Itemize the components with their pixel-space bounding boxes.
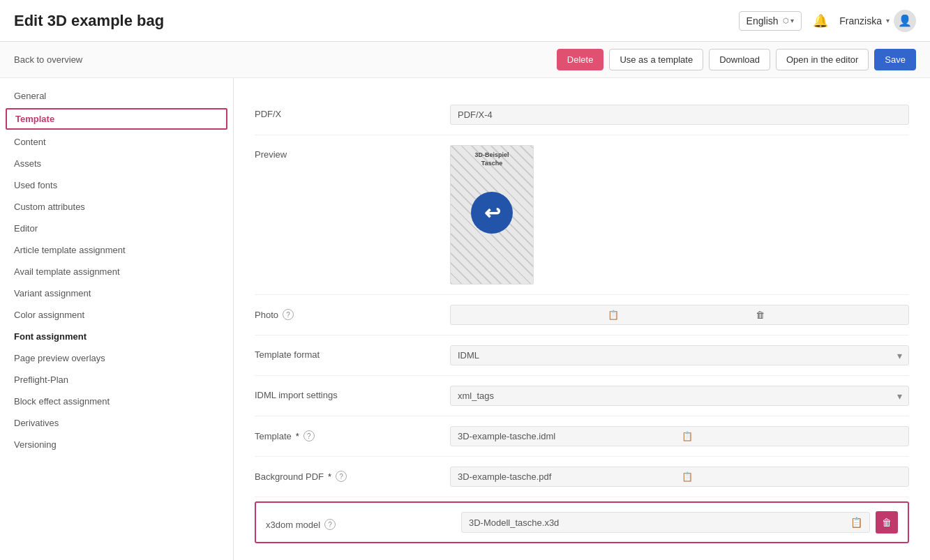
preview-thumbnail: 3D-Beispiel Tasche ↩	[450, 145, 534, 285]
idml-import-value[interactable]: xml_tags	[450, 386, 909, 406]
avatar: 👤	[894, 10, 916, 32]
x3dom-file-icon[interactable]: 📋	[850, 517, 862, 528]
language-label: English	[747, 15, 779, 27]
idml-import-select-wrapper: xml_tags	[450, 386, 909, 406]
sidebar-item-editor[interactable]: Editor	[0, 218, 233, 239]
main-layout: General Template Content Assets Used fon…	[0, 78, 930, 560]
notification-bell-icon[interactable]: 🔔	[813, 13, 828, 29]
toolbar: Back to overview Delete Use as a templat…	[0, 42, 930, 78]
background-pdf-row: Background PDF * ? 3D-example-tasche.pdf…	[255, 457, 909, 497]
user-area[interactable]: Franziska ▾ 👤	[839, 10, 916, 32]
header-right: English ⬡ ▾ 🔔 Franziska ▾ 👤	[739, 10, 916, 32]
sidebar-item-derivatives[interactable]: Derivatives	[0, 412, 233, 434]
user-chevron-icon: ▾	[886, 17, 890, 24]
background-pdf-label: Background PDF * ?	[255, 467, 450, 482]
sidebar-item-preflight[interactable]: Preflight-Plan	[0, 369, 233, 391]
template-file-icon[interactable]: 📋	[682, 431, 901, 441]
photo-file-icon[interactable]: 📋	[608, 310, 753, 320]
sidebar-item-used-fonts[interactable]: Used fonts	[0, 174, 233, 196]
user-name: Franziska	[839, 15, 882, 27]
template-format-select-wrapper: IDML	[450, 345, 909, 365]
x3dom-label: x3dom model ?	[266, 515, 461, 530]
x3dom-delete-button[interactable]: 🗑	[876, 511, 898, 533]
preview-circle: ↩	[471, 192, 513, 234]
template-required: *	[296, 431, 299, 441]
idml-import-label: IDML import settings	[255, 386, 450, 400]
download-button[interactable]: Download	[709, 49, 770, 70]
sidebar-item-avail-template[interactable]: Avail template assignment	[0, 261, 233, 282]
background-pdf-required: *	[328, 471, 331, 482]
background-pdf-file-icon[interactable]: 📋	[682, 471, 901, 482]
photo-help-icon[interactable]: ?	[283, 309, 294, 320]
sidebar-item-block-effect[interactable]: Block effect assignment	[0, 391, 233, 412]
background-pdf-field: 3D-example-tasche.pdf 📋	[450, 467, 909, 487]
sidebar-item-assets[interactable]: Assets	[0, 153, 233, 174]
background-pdf-container: 3D-example-tasche.pdf 📋	[450, 467, 909, 487]
sidebar-item-font-assignment[interactable]: Font assignment	[0, 326, 233, 347]
sidebar-item-content[interactable]: Content	[0, 131, 233, 153]
sidebar: General Template Content Assets Used fon…	[0, 78, 234, 560]
photo-label: Photo ?	[255, 305, 450, 320]
delete-button[interactable]: Delete	[557, 49, 604, 70]
sidebar-item-variant-assignment[interactable]: Variant assignment	[0, 282, 233, 304]
pdfx-label: PDF/X	[255, 105, 450, 119]
back-to-overview-link[interactable]: Back to overview	[14, 54, 82, 65]
sidebar-item-article-template[interactable]: Article template assignment	[0, 239, 233, 261]
sidebar-item-template[interactable]: Template	[6, 108, 227, 130]
template-format-value[interactable]: IDML	[450, 345, 909, 365]
template-format-label: Template format	[255, 345, 450, 360]
open-in-editor-button[interactable]: Open in the editor	[776, 49, 869, 70]
template-format-row: Template format IDML	[255, 335, 909, 376]
toolbar-actions: Delete Use as a template Download Open i…	[557, 49, 916, 70]
main-content: PDF/X PDF/X-4 Preview 3D-Beispiel Tasche…	[234, 78, 930, 560]
template-file-row: Template * ? 3D-example-tasche.idml 📋	[255, 416, 909, 457]
template-file-field: 3D-example-tasche.idml 📋	[450, 426, 909, 446]
sidebar-item-custom-attributes[interactable]: Custom attributes	[0, 196, 233, 218]
idml-import-select[interactable]: xml_tags	[450, 386, 909, 406]
template-help-icon[interactable]: ?	[303, 430, 315, 441]
x3dom-field-wrapper: 3D-Modell_tasche.x3d 📋	[461, 512, 870, 533]
preview-row: Preview 3D-Beispiel Tasche ↩	[255, 135, 909, 295]
x3dom-value: 3D-Modell_tasche.x3d	[469, 517, 846, 528]
photo-delete-icon[interactable]: 🗑	[756, 310, 901, 320]
background-pdf-help-icon[interactable]: ?	[336, 471, 347, 482]
preview-text: 3D-Beispiel Tasche	[451, 151, 533, 167]
sidebar-item-color-assignment[interactable]: Color assignment	[0, 304, 233, 326]
template-file-container: 3D-example-tasche.idml 📋	[450, 426, 909, 446]
pdfx-row: PDF/X PDF/X-4	[255, 95, 909, 135]
photo-row: Photo ? 📋 🗑	[255, 295, 909, 335]
page-title: Edit 3D example bag	[14, 12, 164, 30]
sidebar-item-versioning[interactable]: Versioning	[0, 434, 233, 455]
language-chevron-icon: ⬡ ▾	[783, 17, 795, 24]
contour-svg-header: Contour SVG	[255, 547, 909, 560]
pdfx-value: PDF/X-4	[450, 105, 909, 125]
save-button[interactable]: Save	[874, 49, 916, 70]
preview-label: Preview	[255, 145, 450, 160]
preview-image-container: 3D-Beispiel Tasche ↩	[450, 145, 909, 285]
language-selector[interactable]: English ⬡ ▾	[739, 11, 802, 31]
sidebar-item-general[interactable]: General	[0, 85, 233, 107]
header: Edit 3D example bag English ⬡ ▾ 🔔 Franzi…	[0, 0, 930, 42]
template-file-label: Template * ?	[255, 426, 450, 441]
photo-field-container: 📋 🗑	[450, 305, 909, 325]
sidebar-item-page-preview[interactable]: Page preview overlays	[0, 347, 233, 369]
use-as-template-button[interactable]: Use as a template	[609, 49, 703, 70]
x3dom-row: x3dom model ? 3D-Modell_tasche.x3d 📋 🗑	[255, 501, 909, 543]
idml-import-row: IDML import settings xml_tags	[255, 376, 909, 416]
pdfx-field: PDF/X-4	[450, 105, 909, 125]
photo-field: 📋 🗑	[450, 305, 909, 325]
template-format-select[interactable]: IDML	[450, 345, 909, 365]
x3dom-help-icon[interactable]: ?	[324, 519, 336, 530]
